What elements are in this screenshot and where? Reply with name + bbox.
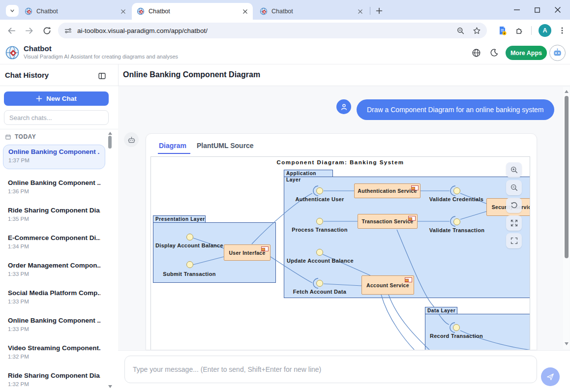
chat-item-time: 1:33 PM bbox=[8, 299, 100, 304]
url-text[interactable]: ai-toolbox.visual-paradigm.com/app/chatb… bbox=[77, 27, 456, 34]
chat-item-time: 1:35 PM bbox=[8, 216, 100, 222]
toolbar-right-icons: A bbox=[497, 23, 566, 38]
sidebar-scrollbar[interactable] bbox=[107, 130, 113, 390]
chat-item-time: 1:32 PM bbox=[8, 381, 100, 387]
scroll-down-arrow[interactable] bbox=[565, 342, 569, 345]
message-input[interactable] bbox=[124, 356, 537, 383]
tab-search-button[interactable] bbox=[6, 5, 19, 17]
interface-label: Authenticate User bbox=[295, 196, 344, 202]
chat-item-title: E-Commerce Component Di... bbox=[8, 234, 100, 241]
divider bbox=[0, 129, 118, 129]
reset-view-icon bbox=[510, 201, 518, 210]
globe-icon[interactable] bbox=[468, 44, 484, 61]
chat-history-item[interactable]: Ride Sharing Component Dia... 1:32 PM bbox=[3, 369, 105, 392]
new-tab-plus-icon bbox=[376, 7, 383, 14]
scroll-up-arrow[interactable] bbox=[108, 132, 112, 135]
tab-search-chevron-icon bbox=[9, 8, 15, 14]
scrollbar-thumb[interactable] bbox=[108, 136, 112, 149]
reload-icon[interactable] bbox=[41, 25, 52, 36]
forward-icon[interactable] bbox=[24, 25, 34, 36]
close-icon[interactable] bbox=[120, 9, 126, 14]
uml-component-icon bbox=[411, 185, 419, 190]
interface-authenticate-user[interactable] bbox=[316, 187, 323, 194]
interface-label: Submit Transaction bbox=[163, 271, 215, 277]
panel-toggle-icon[interactable] bbox=[97, 71, 107, 81]
chat-history-item[interactable]: Video Streaming Component... 1:32 PM bbox=[3, 341, 105, 366]
browser-tab-1[interactable]: Chatbot bbox=[20, 3, 131, 20]
interface-record-transaction[interactable] bbox=[453, 324, 460, 331]
interface-validate-transaction[interactable] bbox=[453, 218, 460, 225]
interface-display-account-balance[interactable] bbox=[186, 234, 193, 241]
interface-submit-transaction[interactable] bbox=[186, 261, 193, 268]
tab-diagram[interactable]: Diagram bbox=[159, 142, 186, 150]
maximize-icon[interactable] bbox=[534, 7, 540, 13]
expand-button[interactable] bbox=[506, 215, 522, 231]
interface-process-transaction[interactable] bbox=[316, 218, 323, 225]
page-zoom-icon[interactable] bbox=[456, 27, 465, 35]
send-button[interactable] bbox=[541, 367, 560, 386]
window-controls bbox=[513, 0, 570, 20]
chat-history-item[interactable]: Online Banking Component ... 1:33 PM bbox=[3, 314, 105, 338]
chat-item-title: Online Banking Component ... bbox=[8, 317, 100, 324]
interface-update-account-balance[interactable] bbox=[316, 249, 323, 256]
site-settings-icon[interactable] bbox=[64, 27, 72, 35]
chat-history-item[interactable]: Online Banking Component ... 1:37 PM bbox=[3, 145, 105, 169]
reading-list-extension-icon[interactable] bbox=[497, 25, 508, 36]
zoom-out-button[interactable] bbox=[506, 180, 522, 195]
tab-separator bbox=[370, 7, 370, 15]
chat-history-item[interactable]: Online Banking Component ... 1:36 PM bbox=[3, 176, 105, 201]
new-tab-button[interactable] bbox=[373, 4, 386, 17]
close-icon[interactable] bbox=[358, 9, 363, 14]
bookmark-star-icon[interactable] bbox=[473, 27, 481, 35]
new-chat-button[interactable]: New Chat bbox=[4, 91, 109, 106]
address-bar[interactable]: ai-toolbox.visual-paradigm.com/app/chatb… bbox=[58, 23, 487, 38]
component-transaction-service[interactable]: Transaction Service bbox=[358, 214, 418, 229]
page-titlebar: Chat History Online Banking Component Di… bbox=[0, 64, 570, 86]
today-section-header: TODAY bbox=[5, 133, 36, 140]
page-title: Online Banking Component Diagram bbox=[123, 70, 260, 79]
user-message-bubble: Draw a Component Diagram for an online b… bbox=[357, 99, 554, 120]
active-tab-underline bbox=[158, 153, 190, 154]
message-input-bar bbox=[118, 350, 570, 392]
interface-fetch-account-data[interactable] bbox=[316, 280, 323, 287]
menu-kebab-icon[interactable] bbox=[558, 27, 566, 34]
scroll-down-arrow[interactable] bbox=[108, 385, 112, 388]
more-apps-button[interactable]: More Apps bbox=[506, 46, 547, 60]
interface-label: Validate Credentials bbox=[429, 196, 484, 202]
chat-history-item[interactable]: Order Management Compon... 1:33 PM bbox=[3, 259, 105, 283]
chat-history-item[interactable]: Social Media Platform Comp... 1:33 PM bbox=[3, 286, 105, 311]
extensions-puzzle-icon[interactable] bbox=[514, 26, 524, 35]
back-icon[interactable] bbox=[6, 25, 17, 36]
interface-validate-credentials[interactable] bbox=[453, 187, 460, 194]
user-person-icon bbox=[340, 103, 348, 111]
scroll-up-arrow[interactable] bbox=[565, 90, 569, 93]
dark-mode-moon-icon[interactable] bbox=[486, 44, 503, 61]
chat-item-time: 1:37 PM bbox=[8, 157, 100, 163]
chat-scrollbar[interactable] bbox=[563, 87, 570, 349]
component-account-service[interactable]: Account Service bbox=[361, 275, 414, 295]
assistant-robot-icon[interactable] bbox=[549, 45, 566, 61]
diagram-viewport[interactable]: Component Diagram: Banking System bbox=[150, 156, 530, 350]
profile-avatar[interactable]: A bbox=[539, 24, 551, 37]
zoom-out-icon bbox=[510, 183, 518, 192]
close-window-icon[interactable] bbox=[554, 6, 561, 13]
calendar-icon bbox=[5, 134, 11, 140]
chat-history-item[interactable]: Ride Sharing Component Dia... 1:35 PM bbox=[3, 204, 105, 228]
browser-tab-2-active[interactable]: Chatbot bbox=[132, 3, 253, 20]
close-icon[interactable] bbox=[242, 9, 248, 14]
tab-plantuml-source[interactable]: PlantUML Source bbox=[197, 142, 254, 150]
reset-view-button[interactable] bbox=[506, 198, 522, 213]
chat-item-title: Order Management Compon... bbox=[8, 262, 100, 269]
scrollbar-thumb[interactable] bbox=[565, 96, 569, 258]
chat-history-item[interactable]: E-Commerce Component Di... 1:34 PM bbox=[3, 231, 105, 256]
component-label: User Interface bbox=[229, 250, 265, 256]
search-chats-input[interactable] bbox=[4, 110, 109, 125]
browser-tab-3[interactable]: Chatbot bbox=[255, 3, 368, 20]
component-user-interface[interactable]: User Interface bbox=[224, 244, 270, 261]
fit-screen-button[interactable] bbox=[506, 233, 522, 248]
bot-robot-icon bbox=[127, 136, 136, 144]
component-authentication-service[interactable]: Authentication Service bbox=[354, 183, 420, 198]
minimize-icon[interactable] bbox=[513, 6, 520, 13]
chat-area: Draw a Component Diagram for an online b… bbox=[118, 86, 570, 350]
zoom-in-button[interactable] bbox=[506, 162, 522, 178]
